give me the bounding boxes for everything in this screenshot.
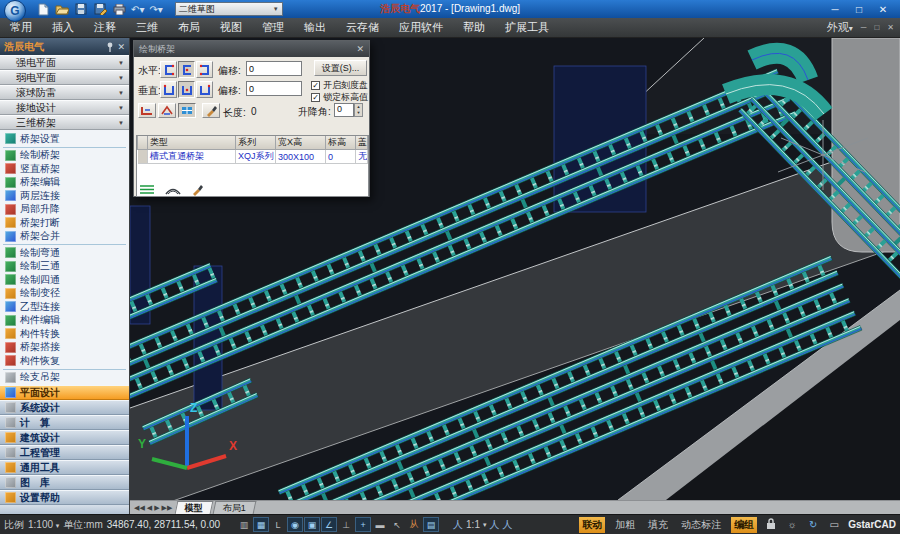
menu-item-common[interactable]: 常用 — [0, 18, 42, 37]
accordion-library[interactable]: 图 库 — [0, 475, 129, 490]
redo-icon[interactable]: ↷▾ — [149, 4, 162, 15]
doc-restore-button[interactable]: □ — [874, 23, 879, 32]
lightbulb-icon[interactable]: ☼ — [785, 519, 799, 530]
tab-nav-next-icon[interactable]: ▶ — [154, 504, 159, 512]
tool-tray-break[interactable]: 桥架打断 — [0, 216, 129, 230]
tool-component-convert[interactable]: 构件转换 — [0, 327, 129, 341]
palette-section-lightning[interactable]: 滚球防雷▼ — [0, 85, 129, 100]
minimize-button[interactable]: ─ — [828, 4, 842, 15]
tab-layout1[interactable]: 布局1 — [213, 501, 257, 514]
accordion-plane-design[interactable]: 平面设计 — [0, 385, 129, 400]
palette-section-strong-power[interactable]: 强电平面▼ — [0, 55, 129, 70]
open-file-icon[interactable] — [55, 3, 69, 16]
tab-nav-prev-icon[interactable]: ◀ — [147, 504, 152, 512]
collab-icon[interactable]: 从 — [406, 517, 422, 532]
menu-item-apps[interactable]: 应用软件 — [389, 18, 453, 37]
accordion-project-manage[interactable]: 工程管理 — [0, 445, 129, 460]
dyn-input-icon[interactable]: + — [355, 517, 371, 532]
offset-v-input[interactable] — [246, 81, 302, 96]
tool-tray-edit[interactable]: 桥架编辑 — [0, 176, 129, 190]
doc-minimize-button[interactable]: ─ — [861, 23, 867, 32]
cell-cover[interactable]: 无 — [356, 150, 368, 164]
cell-elevation[interactable]: 0 — [326, 150, 356, 164]
menu-item-output[interactable]: 输出 — [294, 18, 336, 37]
sync-icon[interactable]: ↻ — [806, 519, 820, 530]
tool-tray-overlap[interactable]: 桥架搭接 — [0, 341, 129, 355]
tab-nav-first-icon[interactable]: ◀◀ — [134, 504, 145, 512]
tool-draw-cross[interactable]: 绘制四通 — [0, 273, 129, 287]
tab-model[interactable]: 模型 — [175, 501, 214, 514]
osnap-icon[interactable]: ▣ — [304, 517, 320, 532]
menu-item-express-tools[interactable]: 扩展工具 — [495, 18, 559, 37]
tool-draw-elbow[interactable]: 绘制弯通 — [0, 246, 129, 260]
h-style-button-2[interactable] — [178, 61, 195, 78]
menu-item-insert[interactable]: 插入 — [42, 18, 84, 37]
v-style-button-1[interactable] — [160, 81, 177, 98]
tool-tray-settings[interactable]: 桥架设置 — [0, 132, 129, 146]
tool-tray-merge[interactable]: 桥架合并 — [0, 230, 129, 244]
save-icon[interactable] — [74, 3, 88, 16]
tool-draw-reducer[interactable]: 绘制变径 — [0, 287, 129, 301]
palette-header[interactable]: 浩辰电气 ✕ — [0, 38, 129, 55]
tool-local-lift[interactable]: 局部升降 — [0, 203, 129, 217]
cell-size[interactable]: 300X100 — [276, 150, 326, 164]
tool-component-restore[interactable]: 构件恢复 — [0, 354, 129, 368]
ducs-icon[interactable]: ⊥ — [338, 517, 354, 532]
dialog-title-bar[interactable]: 绘制桥架 ✕ — [134, 41, 369, 57]
dialog-close-icon[interactable]: ✕ — [356, 44, 364, 54]
palette-section-grounding[interactable]: 接地设计▼ — [0, 100, 129, 115]
brush-button[interactable] — [202, 103, 220, 118]
palette-close-icon[interactable]: ✕ — [117, 42, 125, 52]
palette-section-weak-power[interactable]: 弱电平面▼ — [0, 70, 129, 85]
appearance-menu[interactable]: 外观▾ — [827, 20, 853, 35]
h-style-button-1[interactable] — [160, 61, 177, 78]
annotation-auto-icon[interactable]: 人 — [502, 518, 512, 532]
offset-h-input[interactable] — [246, 61, 302, 76]
save-as-icon[interactable] — [93, 3, 107, 16]
tool-two-layer-connect[interactable]: 两层连接 — [0, 189, 129, 203]
workspace-combo[interactable]: 二维草图 ▼ — [175, 2, 283, 16]
tool-vertical-tray[interactable]: 竖直桥架 — [0, 162, 129, 176]
tray-view-button-3[interactable] — [178, 103, 196, 118]
menu-item-manage[interactable]: 管理 — [252, 18, 294, 37]
tool-z-connect[interactable]: 乙型连接 — [0, 300, 129, 314]
snap-icon[interactable]: ▥ — [236, 517, 252, 532]
ortho-icon[interactable]: L — [270, 517, 286, 532]
accordion-calculation[interactable]: 计 算 — [0, 415, 129, 430]
tray-view-button-1[interactable] — [138, 103, 156, 118]
lineweight-icon[interactable]: ▬ — [372, 517, 388, 532]
maximize-button[interactable]: □ — [852, 4, 866, 15]
brush-tool-icon[interactable] — [191, 184, 205, 196]
toggle-linkage[interactable]: 联动 — [579, 517, 605, 533]
toggle-fill[interactable]: 填充 — [645, 517, 671, 533]
close-button[interactable]: ✕ — [876, 4, 890, 15]
straight-tray-icon[interactable] — [139, 184, 155, 195]
accordion-system-design[interactable]: 系统设计 — [0, 400, 129, 415]
undo-icon[interactable]: ↶▾ — [131, 4, 144, 15]
cell-type[interactable]: 槽式直通桥架 — [148, 150, 236, 164]
v-style-button-2[interactable] — [178, 81, 195, 98]
v-style-button-3[interactable] — [196, 81, 213, 98]
tray-view-button-2[interactable] — [158, 103, 176, 118]
rise-angle-spinner[interactable]: 0 ▲▼ — [334, 103, 363, 117]
menu-item-3d[interactable]: 三维 — [126, 18, 168, 37]
tool-draw-tray[interactable]: 绘制桥架 — [0, 149, 129, 163]
annotation-visibility-icon[interactable]: 人 — [489, 518, 499, 532]
table-row[interactable]: 槽式直通桥架 XQJ系列 300X100 0 无 — [138, 150, 368, 164]
print-icon[interactable] — [112, 3, 126, 16]
accordion-settings-help[interactable]: 设置帮助 — [0, 490, 129, 505]
select-icon[interactable]: ↖ — [389, 517, 405, 532]
rise-angle-value[interactable]: 0 — [334, 103, 354, 117]
new-file-icon[interactable] — [36, 3, 50, 16]
drawing-viewport[interactable]: Z X Y 绘制桥架 ✕ 水平: — [130, 38, 900, 500]
polar-icon[interactable]: ◉ — [287, 517, 303, 532]
menu-item-view[interactable]: 视图 — [210, 18, 252, 37]
annotation-scale-value[interactable]: 1:1 — [466, 519, 480, 530]
tool-draw-hanger[interactable]: 绘支吊架 — [0, 371, 129, 385]
tool-component-edit[interactable]: 构件编辑 — [0, 314, 129, 328]
palette-section-3d-tray[interactable]: 三维桥架▼ — [0, 115, 129, 130]
menu-item-cloud[interactable]: 云存储 — [336, 18, 389, 37]
menu-item-help[interactable]: 帮助 — [453, 18, 495, 37]
lock-icon[interactable] — [764, 518, 778, 531]
cell-series[interactable]: XQJ系列 — [236, 150, 276, 164]
